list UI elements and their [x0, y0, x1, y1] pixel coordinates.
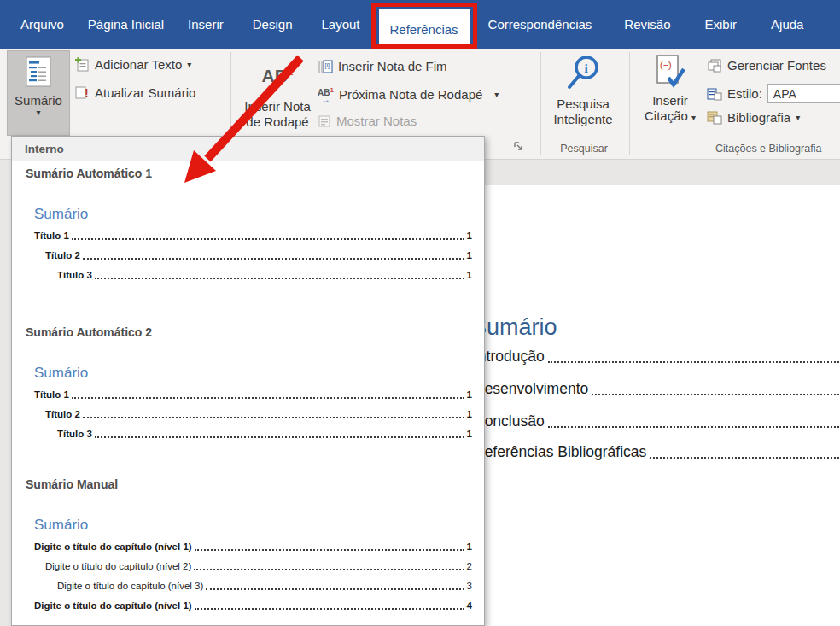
footnote-ab1-icon: AB1 — [261, 62, 293, 85]
inserir-nota-rodape-button[interactable]: AB1 Inserir Nota de Rodapé — [242, 50, 313, 136]
toc-preview-row: Digite o título do capítulo (nível 3)3 — [34, 581, 472, 592]
svg-text:[i]: [i] — [325, 62, 330, 69]
tab-revisao[interactable]: Revisão — [612, 0, 682, 49]
gallery-item-title: Sumário Manual — [12, 477, 484, 492]
inserir-nota-fim-label: Inserir Nota de Fim — [338, 59, 447, 73]
style-icon — [707, 87, 722, 101]
dot-leader — [592, 394, 840, 395]
gerenciar-fontes-button[interactable]: Gerenciar Fontes — [707, 58, 826, 73]
tab-ajuda[interactable]: Ajuda — [759, 0, 815, 49]
document-toc-row: Introdução — [474, 348, 840, 366]
toc-preview-row: Digite o título do capítulo (nível 1)1 — [34, 541, 472, 553]
toc-preview-row: Título 21 — [34, 250, 472, 261]
word-window: Sumário Introdução Desenvolvimento Concl… — [0, 0, 840, 626]
toc-preview-row: Título 11 — [34, 389, 472, 401]
tab-correspondencias[interactable]: Correspondências — [476, 0, 604, 49]
estilo-row: Estilo: — [707, 84, 840, 103]
chevron-down-icon: ▾ — [796, 114, 800, 122]
toc-preview-row: Título 11 — [34, 231, 472, 242]
gallery-item-sumario-manual[interactable]: Sumário Manual Sumário Digite o título d… — [12, 477, 484, 611]
chevron-down-icon: ▾ — [494, 91, 499, 99]
toc-preview-heading: Sumário — [34, 366, 472, 381]
atualizar-sumario-label: Atualizar Sumário — [95, 85, 195, 100]
insert-citation-icon: (−) — [653, 54, 687, 91]
group-separator — [540, 52, 541, 155]
adicionar-texto-label: Adicionar Texto — [95, 57, 182, 72]
gallery-item-sumario-automatico-2[interactable]: Sumário Automático 2 Sumário Título 11 T… — [12, 325, 484, 440]
toc-preview-row: Digite o título do capítulo (nível 1)4 — [34, 600, 472, 611]
tab-inserir[interactable]: Inserir — [176, 0, 236, 49]
tab-design[interactable]: Design — [241, 0, 305, 49]
dot-leader — [650, 457, 840, 459]
inserir-nota-fim-button[interactable]: [i] Inserir Nota de Fim — [318, 59, 447, 73]
estilo-label: Estilo: — [727, 86, 762, 101]
pesquisar-group-label: Pesquisar — [551, 143, 616, 155]
tab-arquivo[interactable]: Arquivo — [9, 0, 76, 49]
pesquisa-inteligente-button[interactable]: i Pesquisa Inteligente — [548, 50, 618, 136]
estilo-select[interactable] — [767, 84, 840, 103]
pesquisa-inteligente-label: Pesquisa Inteligente — [553, 97, 612, 127]
tab-exibir[interactable]: Exibir — [693, 0, 750, 49]
toc-preview-row: Digite o título do capítulo (nível 2)2 — [34, 561, 472, 572]
inserir-nota-rodape-label: Inserir Nota de Rodapé — [244, 99, 311, 130]
gallery-item-title: Sumário Automático 2 — [12, 325, 484, 340]
ribbon-tab-bar: Arquivo Página Inicial Inserir Design La… — [0, 0, 840, 49]
sumario-button[interactable]: Sumário ▾ — [7, 50, 70, 136]
document-toc-row: Referências Bibliográficas — [474, 443, 840, 461]
bibliografia-button[interactable]: Bibliografia ▾ — [707, 110, 800, 125]
toc-preview: Sumário Digite o título do capítulo (nív… — [12, 518, 484, 611]
svg-text:(−): (−) — [660, 60, 672, 70]
table-of-contents-icon — [26, 56, 51, 87]
dropdown-section-header: Interno — [12, 137, 484, 161]
manage-sources-icon — [707, 59, 722, 73]
add-text-icon — [75, 57, 90, 72]
toc-preview-row: Título 31 — [34, 429, 472, 440]
document-toc-row: Desenvolvimento — [474, 380, 840, 398]
atualizar-sumario-button[interactable]: ! Atualizar Sumário — [75, 85, 195, 100]
update-toc-icon: ! — [75, 85, 90, 100]
toc-preview-heading: Sumário — [34, 518, 472, 533]
bibliografia-label: Bibliografia — [727, 110, 790, 125]
tab-referencias[interactable]: Referências — [379, 9, 470, 49]
proxima-nota-rodape-button[interactable]: AB1 → Próxima Nota de Rodapé ▾ — [318, 86, 499, 102]
group-separator — [629, 52, 630, 155]
document-toc-row: Conclusão — [474, 412, 840, 430]
gallery-item-title: Sumário Automático 1 — [12, 166, 484, 181]
sumario-dropdown: Interno Sumário Automático 1 Sumário Tít… — [11, 136, 485, 626]
toc-preview: Sumário Título 11 Título 21 Título 31 — [12, 207, 484, 281]
tab-pagina-inicial[interactable]: Página Inicial — [76, 0, 176, 49]
svg-text:i: i — [585, 61, 588, 75]
gallery-item-sumario-automatico-1[interactable]: Sumário Automático 1 Sumário Título 11 T… — [12, 166, 484, 281]
mostrar-notas-button[interactable]: Mostrar Notas — [318, 114, 417, 128]
proxima-nota-rodape-label: Próxima Nota de Rodapé — [339, 87, 482, 102]
toc-preview: Sumário Título 11 Título 21 Título 31 — [12, 366, 484, 440]
dialog-launcher-icon[interactable] — [513, 141, 524, 152]
inserir-citacao-label: Inserir Citação ▾ — [645, 93, 696, 124]
citacoes-group-label: Citações e Bibliografia — [715, 143, 821, 155]
toc-preview-heading: Sumário — [34, 207, 472, 222]
show-notes-icon — [318, 114, 331, 128]
sumario-button-label: Sumário — [15, 93, 62, 108]
tab-referencias-label: Referências — [390, 22, 458, 37]
dot-leader — [548, 426, 840, 428]
mostrar-notas-label: Mostrar Notas — [336, 114, 417, 128]
toc-preview-row: Título 31 — [34, 270, 472, 281]
smart-lookup-icon: i — [565, 54, 601, 91]
inserir-citacao-button[interactable]: (−) Inserir Citação ▾ — [637, 50, 703, 136]
adicionar-texto-button[interactable]: Adicionar Texto ▾ — [75, 57, 191, 72]
chevron-down-icon: ▾ — [36, 108, 40, 117]
dot-leader — [548, 361, 840, 363]
tab-layout[interactable]: Layout — [309, 0, 371, 49]
chevron-down-icon: ▾ — [187, 61, 191, 69]
toc-preview-row: Título 21 — [34, 409, 472, 420]
next-footnote-icon: AB1 → — [318, 86, 334, 102]
bibliography-icon — [707, 111, 722, 125]
endnote-icon: [i] — [318, 60, 333, 73]
svg-text:!: ! — [85, 86, 89, 100]
gerenciar-fontes-label: Gerenciar Fontes — [727, 58, 826, 73]
